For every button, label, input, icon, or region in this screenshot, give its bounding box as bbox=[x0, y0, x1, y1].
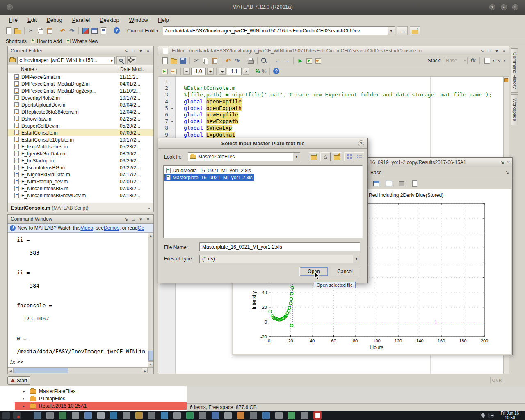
close-icon[interactable]: × bbox=[146, 48, 151, 54]
file-row[interactable]: F_IexpMultiTseries.m05/23/2... bbox=[8, 143, 153, 150]
file-row[interactable]: EstartConsole10plate.m10/17/2... bbox=[8, 136, 153, 143]
help-icon[interactable] bbox=[113, 27, 121, 34]
code-line[interactable]: 5-global openExppath bbox=[158, 105, 503, 112]
file-row[interactable]: F_IscanIntensBG.m09/22/2... bbox=[8, 164, 153, 171]
code-line[interactable]: 1 bbox=[158, 78, 503, 85]
taskbar-app-icon[interactable] bbox=[301, 412, 308, 419]
file-row[interactable]: F_NIgenBkGrdData.m07/17/2... bbox=[8, 171, 153, 178]
scrollbar-thumb[interactable] bbox=[14, 368, 68, 373]
uncomment-icon[interactable]: % bbox=[261, 68, 267, 74]
up-folder-button[interactable] bbox=[410, 26, 420, 35]
files-of-type-select[interactable]: (*.xls) ▾ bbox=[199, 255, 360, 263]
undo-icon[interactable] bbox=[59, 27, 66, 34]
code-line[interactable]: 8-global SWnewExp bbox=[158, 125, 503, 131]
file-row[interactable]: EstartConsole.m07/06/2... bbox=[8, 129, 153, 136]
current-folder-path-input[interactable] bbox=[163, 28, 388, 34]
column-date[interactable]: Date Mod... bbox=[118, 65, 146, 73]
taskbar-app-icon[interactable] bbox=[212, 412, 219, 419]
profiler-icon[interactable] bbox=[100, 27, 107, 34]
breadcrumb[interactable]: « InovImager_jwrCF_WINLinx150... ▸ bbox=[17, 57, 115, 64]
cut-icon[interactable] bbox=[27, 27, 35, 34]
multiply-value-button[interactable]: × bbox=[243, 68, 249, 75]
tab-command-history[interactable]: Command History bbox=[511, 48, 518, 93]
copy-icon[interactable] bbox=[202, 57, 209, 64]
cut-icon[interactable] bbox=[193, 57, 200, 64]
command-output-area[interactable]: ii = 383 ii = 384 fhconsole = 173.1062 w… bbox=[8, 233, 148, 367]
maximize-icon[interactable]: □ bbox=[131, 48, 136, 54]
run-section-icon[interactable] bbox=[306, 57, 313, 64]
redo-icon[interactable] bbox=[233, 57, 241, 64]
command-prompt[interactable]: >> bbox=[17, 358, 23, 365]
maximize-icon[interactable]: □ bbox=[487, 48, 492, 54]
file-row[interactable]: F_IgenBkGrdData.m08/30/2... bbox=[8, 150, 153, 157]
app-menu-icon[interactable] bbox=[13, 412, 21, 419]
scroll-right-icon[interactable]: ▶ bbox=[142, 368, 148, 373]
figure-toolbar-icon[interactable] bbox=[411, 180, 418, 187]
undock-icon[interactable]: ↘ bbox=[505, 170, 509, 175]
close-icon[interactable]: × bbox=[358, 140, 364, 146]
close-icon[interactable]: × bbox=[503, 58, 506, 63]
menu-file[interactable]: File bbox=[9, 17, 18, 23]
file-row[interactable]: DshowRaw.m02/25/2... bbox=[8, 115, 153, 122]
taskbar-app-icon[interactable] bbox=[59, 412, 66, 419]
divide-value-button[interactable]: ÷ bbox=[219, 68, 226, 75]
layout-icon[interactable] bbox=[484, 58, 490, 64]
code-line[interactable]: 3%[file,path] = uiputfile('.mat','Create… bbox=[158, 91, 503, 98]
maximize-button[interactable]: ▴ bbox=[501, 4, 507, 10]
save-icon[interactable] bbox=[179, 57, 187, 64]
video-link[interactable]: Video bbox=[80, 225, 93, 231]
code-line[interactable]: 4-global openExpfile bbox=[158, 98, 503, 105]
grid-view-button[interactable] bbox=[344, 152, 354, 161]
night-mode-icon[interactable] bbox=[480, 413, 485, 418]
close-icon[interactable]: × bbox=[146, 216, 151, 222]
back-icon[interactable] bbox=[274, 57, 281, 64]
details-view-button[interactable] bbox=[354, 152, 364, 161]
file-row[interactable]: DReplicate96to384conv.m12/04/2... bbox=[8, 108, 153, 115]
scroll-up-icon[interactable]: ▲ bbox=[148, 233, 153, 238]
run-icon[interactable] bbox=[297, 57, 304, 64]
scroll-down-icon[interactable]: ▼ bbox=[148, 361, 153, 367]
function-hints-icon[interactable]: fx bbox=[470, 57, 475, 64]
file-row[interactable]: DMPexcel2mat_MediaDrug2exp...11/10/2... bbox=[8, 87, 153, 94]
tab-workspace[interactable]: Workspace bbox=[511, 94, 518, 125]
file-row[interactable]: DsuperCellDev.m05/20/2... bbox=[8, 122, 153, 129]
tree-item[interactable]: ▸Results2016-10-25A1 bbox=[15, 402, 187, 410]
dialog-file-item[interactable]: DrugMedia_16_0921_MI_yor1-2.xls bbox=[164, 167, 253, 174]
code-line[interactable]: 7-global newExppath bbox=[158, 118, 503, 125]
taskbar-app-icon[interactable] bbox=[148, 412, 155, 419]
cancel-button[interactable]: Cancel bbox=[331, 267, 359, 276]
shortcut-how-to-add[interactable]: How to Add bbox=[31, 39, 62, 44]
open-button[interactable]: Open bbox=[299, 267, 328, 276]
print-icon[interactable] bbox=[247, 57, 254, 64]
tree-item[interactable]: ▸PTmapFiles bbox=[0, 395, 187, 402]
shortcut-whats-new[interactable]: What's New bbox=[66, 39, 98, 44]
dock-icon[interactable]: ↘ bbox=[497, 58, 500, 63]
file-row[interactable]: DMPexcel2mat.m11/11/2... bbox=[8, 73, 153, 80]
demos-link[interactable]: Demos bbox=[104, 225, 119, 231]
chevron-down-icon[interactable]: ▾ bbox=[293, 153, 300, 161]
taskbar-app-icon[interactable] bbox=[186, 412, 194, 419]
fx-icon[interactable]: fx bbox=[10, 359, 15, 365]
comment-icon[interactable]: % bbox=[254, 68, 261, 74]
taskbar-app-icon[interactable] bbox=[237, 412, 244, 419]
column-name[interactable]: Name bbox=[8, 66, 34, 72]
guide-icon[interactable] bbox=[91, 27, 98, 34]
taskbar-app-icon[interactable] bbox=[110, 412, 117, 419]
undo-icon[interactable] bbox=[224, 57, 232, 64]
chevron-down-icon[interactable]: ▾ bbox=[353, 255, 360, 262]
file-row[interactable]: F_ImStartup.m06/26/2... bbox=[8, 157, 153, 164]
new-file-icon[interactable] bbox=[161, 57, 169, 64]
new-file-icon[interactable] bbox=[5, 27, 12, 34]
simulink-icon[interactable] bbox=[82, 27, 89, 34]
taskbar-app-icon[interactable] bbox=[34, 412, 41, 419]
maximize-icon[interactable]: □ bbox=[131, 216, 136, 222]
dock-icon[interactable]: ↘ bbox=[123, 216, 128, 222]
menu-debug[interactable]: Debug bbox=[46, 17, 62, 23]
redo-icon[interactable] bbox=[68, 27, 75, 34]
menu-icon[interactable]: ▾ bbox=[138, 216, 143, 222]
scrollbar-thumb[interactable] bbox=[148, 351, 153, 361]
minimize-button[interactable]: ▾ bbox=[489, 4, 495, 10]
figure-toolbar-icon[interactable] bbox=[372, 180, 380, 187]
figure-toolbar-icon[interactable] bbox=[385, 180, 393, 187]
taskbar-app-icon[interactable] bbox=[199, 412, 206, 419]
